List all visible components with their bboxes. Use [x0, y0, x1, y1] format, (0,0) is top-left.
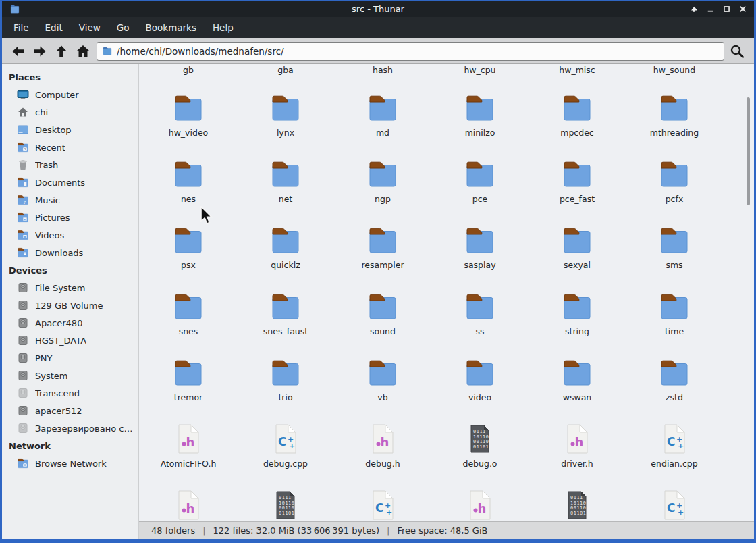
grid-item-gba[interactable]: gba	[237, 66, 334, 75]
grid-item-trio[interactable]: trio	[237, 346, 334, 413]
sidebar-item-pictures[interactable]: Pictures	[2, 209, 138, 226]
rollup-button[interactable]	[689, 4, 699, 14]
path-bar[interactable]	[97, 42, 724, 61]
sidebar-item-recent[interactable]: Recent	[2, 138, 138, 156]
grid-item-ngp[interactable]: ngp	[334, 148, 431, 214]
grid-item-hw_video[interactable]: hw_video	[140, 82, 237, 148]
grid-item-tremor[interactable]: tremor	[140, 346, 237, 413]
grid-item-snes_faust[interactable]: snes_faust	[237, 280, 334, 346]
h-header-file-icon: h	[561, 423, 593, 455]
back-button[interactable]	[7, 41, 29, 61]
folder-icon	[367, 357, 399, 389]
sidebar-item-file-system[interactable]: File System	[2, 279, 138, 296]
menu-go[interactable]: Go	[109, 18, 138, 37]
sidebar-item-hgst_data[interactable]: HGST_DATA	[2, 332, 138, 349]
grid-item-zstd[interactable]: zstd	[626, 346, 723, 413]
grid-item-pce[interactable]: pce	[431, 148, 529, 214]
grid-item-minilzo[interactable]: minilzo	[431, 82, 529, 148]
status-separator: |	[387, 525, 389, 536]
grid-item-sms[interactable]: sms	[626, 214, 723, 280]
sidebar-item-documents[interactable]: Documents	[2, 174, 138, 191]
pathbar-folder-icon	[102, 46, 113, 56]
menu-edit[interactable]: Edit	[37, 18, 71, 37]
up-button[interactable]	[51, 41, 72, 61]
grid-item-endian.cpp[interactable]: C++endian.cpp	[626, 413, 723, 479]
sidebar-item-129-gb-volume[interactable]: 129 GB Volume	[2, 296, 138, 314]
sidebar-item-downloads[interactable]: Downloads	[2, 244, 138, 261]
file-label: mpcdec	[560, 128, 593, 138]
grid-item-sound[interactable]: sound	[334, 280, 431, 346]
file-label: video	[468, 393, 491, 403]
sidebar-item-apacer512[interactable]: apacer512	[2, 402, 138, 419]
h-header-file-icon: h	[367, 423, 399, 455]
grid-item-sasplay[interactable]: sasplay	[431, 214, 529, 280]
svg-text:01101: 01101	[570, 511, 586, 516]
title-bar[interactable]: src - Thunar	[2, 1, 754, 17]
grid-item-vb[interactable]: vb	[334, 346, 431, 413]
sidebar-item-music[interactable]: ♪Music	[2, 191, 138, 209]
grid-item-string[interactable]: string	[529, 280, 626, 346]
grid-item-psx[interactable]: psx	[140, 214, 237, 280]
file-label: vb	[377, 393, 387, 403]
grid-item-pce_fast[interactable]: pce_fast	[529, 148, 626, 214]
path-input[interactable]	[117, 46, 719, 57]
file-label: ngp	[375, 195, 391, 204]
grid-item-hw_sound[interactable]: hw_sound	[626, 66, 723, 75]
minimize-button[interactable]	[705, 4, 716, 14]
grid-item-debug.o[interactable]: 0111101100011001101debug.o	[431, 413, 529, 479]
sidebar-item-system[interactable]: System	[2, 367, 138, 384]
grid-item-pcfx[interactable]: pcfx	[626, 148, 723, 214]
forward-button[interactable]	[29, 41, 51, 61]
sidebar-item-browse-network[interactable]: Browse Network	[2, 455, 138, 472]
menu-view[interactable]: View	[71, 18, 109, 37]
grid-item-hw_cpu[interactable]: hw_cpu	[431, 66, 529, 75]
grid-item-debug.cpp[interactable]: C++debug.cpp	[237, 413, 334, 479]
search-icon[interactable]	[726, 41, 749, 61]
grid-item-snes[interactable]: snes	[140, 280, 237, 346]
maximize-button[interactable]	[722, 4, 732, 14]
close-button[interactable]	[738, 4, 748, 14]
grid-item-sexyal[interactable]: sexyal	[529, 214, 626, 280]
grid-item-net[interactable]: net	[237, 148, 334, 214]
sidebar-item-trash[interactable]: Trash	[2, 156, 138, 174]
grid-item-hw_misc[interactable]: hw_misc	[529, 66, 626, 75]
grid-item-ss[interactable]: ss	[431, 280, 529, 346]
grid-item-video[interactable]: video	[431, 346, 529, 413]
svg-text:+: +	[678, 442, 684, 450]
grid-item-resampler[interactable]: resampler	[334, 214, 431, 280]
grid-item-time[interactable]: time	[626, 280, 723, 346]
grid-item-mpcdec[interactable]: mpcdec	[529, 82, 626, 148]
sidebar-item-pny[interactable]: PNY	[2, 349, 138, 367]
menu-bookmarks[interactable]: Bookmarks	[138, 18, 205, 37]
grid-item-mthreading[interactable]: mthreading	[626, 82, 723, 148]
rollup-icon	[689, 4, 699, 14]
grid-item-md[interactable]: md	[334, 82, 431, 148]
svg-text:h: h	[381, 435, 389, 449]
sidebar-item-computer[interactable]: Computer	[2, 86, 138, 103]
grid-item-debug.h[interactable]: hdebug.h	[334, 413, 431, 479]
file-label: sasplay	[464, 261, 495, 270]
menu-file[interactable]: File	[5, 18, 37, 37]
svg-text:C: C	[278, 435, 286, 448]
sidebar-item-transcend[interactable]: Transcend	[2, 384, 138, 402]
home-button[interactable]	[72, 41, 94, 61]
menu-help[interactable]: Help	[205, 18, 242, 37]
file-view[interactable]: gbgbahashhw_cpuhw_mischw_sound hw_videol…	[139, 64, 754, 539]
drive-icon	[17, 299, 29, 311]
sidebar-item-apacer480[interactable]: Apacer480	[2, 314, 138, 332]
file-label: snes	[179, 327, 198, 336]
grid-item-wswan[interactable]: wswan	[529, 346, 626, 413]
folder-downloads-icon	[17, 247, 29, 259]
vertical-scrollbar-thumb[interactable]	[747, 97, 750, 205]
grid-item-lynx[interactable]: lynx	[237, 82, 334, 148]
grid-item-quicklz[interactable]: quicklz	[237, 214, 334, 280]
sidebar-item-videos[interactable]: Videos	[2, 226, 138, 244]
grid-item-hash[interactable]: hash	[334, 66, 431, 75]
grid-item-driver.h[interactable]: hdriver.h	[529, 413, 626, 479]
grid-item-gb[interactable]: gb	[140, 66, 237, 75]
grid-item-nes[interactable]: nes	[140, 148, 237, 214]
sidebar-item-зарезервировано-с-[interactable]: Зарезервировано с…	[2, 419, 138, 437]
sidebar-item-desktop[interactable]: Desktop	[2, 121, 138, 138]
sidebar-item-chi[interactable]: chi	[2, 103, 138, 121]
grid-item-atomicfifo.h[interactable]: hAtomicFIFO.h	[140, 413, 237, 479]
